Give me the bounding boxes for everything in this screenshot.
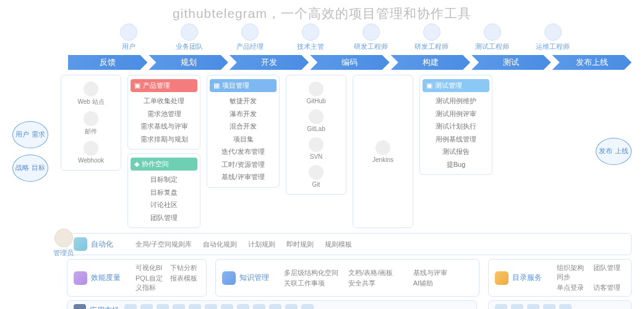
panel-item: 基线与评审 (413, 268, 473, 277)
tool-icon (309, 165, 324, 180)
avatar-icon (363, 23, 380, 41)
robot-icon (74, 237, 87, 251)
list-item: 讨论社区 (131, 198, 197, 211)
panel-item: 报表模板 (170, 274, 200, 292)
role-0: 用户 (108, 23, 150, 51)
knowledge-panel: 知识管理 多层级结构化空间文档/表格/画板基线与评审关联工作事项安全共享AI辅助 (215, 259, 479, 297)
directory-panel: 目录服务 组织架构同步团队管理单点登录访客管理 (488, 259, 632, 297)
panel-item: PQL自定义指标 (135, 274, 165, 292)
list-item: 测试用例评审 (423, 108, 489, 121)
user-need-node: 用户 需求 (12, 121, 48, 148)
avatar-icon (302, 23, 319, 41)
app-market-panel-2 (488, 300, 632, 309)
stage-arrows: 反馈规划开发编码构建测试发布上线 (68, 55, 632, 70)
app-icon (559, 304, 572, 309)
app-icon (237, 304, 249, 309)
app-icon (511, 304, 523, 309)
product-mgmt-card: ▣产品管理 工单收集处理需求池管理需求基线与评审需求排期与规划 (127, 75, 200, 150)
stage-arrow: 规划 (148, 55, 228, 70)
tool-item: GitLab (289, 107, 343, 135)
app-icon (221, 304, 233, 309)
channel-icon (84, 111, 98, 126)
role-1: 业务团队 (168, 23, 210, 51)
tool-icon (309, 109, 324, 124)
tool-icon (309, 82, 324, 96)
role-6: 测试工程师 (471, 23, 513, 51)
app-icon (189, 304, 201, 309)
list-item: 目标复盘 (131, 186, 197, 199)
bag-icon (74, 304, 86, 309)
panel-item: 多层级结构化空间 (284, 268, 343, 277)
app-icon (543, 304, 556, 309)
app-icon (269, 304, 281, 309)
release-goal-node: 发布 上线 (596, 138, 632, 165)
panel-item: 单点登录 (557, 283, 588, 292)
book-icon (222, 271, 236, 285)
test-mgmt-card: ▣测试管理 测试用例维护测试用例评审测试计划执行用例基线管理测试报告提Bug (419, 75, 492, 175)
avatar-icon (120, 23, 137, 41)
panel-item: 计划规则 (248, 240, 275, 249)
stage-arrow: 构建 (391, 55, 470, 70)
channel-item: Webhook (64, 138, 118, 166)
channel-icon (84, 141, 98, 156)
list-item: 测试报告 (423, 145, 489, 158)
list-item: 混合开发 (210, 120, 277, 133)
code-card: GitHubGitLabSVNGit (286, 75, 346, 195)
wrench-icon (495, 271, 509, 285)
app-market-panel: 应用市场 (67, 300, 477, 309)
role-3: 技术主管 (290, 23, 332, 51)
list-item: 工单收集处理 (131, 95, 197, 108)
list-item: 团队管理 (131, 211, 197, 224)
list-item: 测试计划执行 (423, 120, 489, 133)
list-item: 项目集 (210, 133, 277, 146)
admin-avatar-icon (54, 229, 73, 247)
avatar-icon (241, 23, 259, 41)
panel-item: 关联工作事项 (284, 279, 343, 288)
panel-item: 规则模板 (325, 240, 352, 249)
app-icon (253, 304, 265, 309)
avatar-icon (544, 23, 562, 41)
stage-arrow: 发布上线 (552, 55, 632, 70)
role-4: 研发工程师 (350, 23, 392, 51)
list-item: 测试用例维护 (423, 95, 489, 108)
channel-icon (84, 82, 98, 96)
tool-item: GitHub (289, 79, 343, 107)
stage-arrow: 测试 (471, 55, 551, 70)
app-icon (301, 304, 314, 309)
board-icon: ▦ (213, 82, 220, 90)
app-icon (173, 304, 185, 309)
panel-item: 访客管理 (593, 283, 625, 292)
list-item: 基线/评审管理 (210, 171, 277, 184)
list-item: 工时/资源管理 (210, 158, 277, 171)
app-icon (527, 304, 539, 309)
list-item: 用例基线管理 (423, 133, 489, 146)
test-icon: ▣ (426, 82, 432, 90)
panel-item: 组织架构同步 (557, 263, 588, 282)
list-item: 提Bug (423, 158, 489, 171)
panel-item: 全局/子空间规则库 (135, 240, 192, 249)
app-icon (124, 304, 137, 309)
stage-arrow: 反馈 (68, 55, 147, 70)
panel-item: AI辅助 (413, 279, 473, 288)
app-icon (205, 304, 217, 309)
app-icon (140, 304, 153, 309)
list-item: 需求排期与规划 (131, 133, 197, 146)
automation-panel: 自动化 全局/子空间规则库自动化规则计划规则即时规则规则模板 (67, 233, 632, 255)
list-item: 瀑布开发 (210, 108, 277, 121)
cube-icon: ▣ (134, 82, 140, 90)
collab-card: ◆协作空间 目标制定目标复盘讨论社区团队管理 (127, 153, 200, 228)
avatar-icon (484, 23, 501, 41)
project-mgmt-card: ▦项目管理 敏捷开发瀑布开发混合开发项目集迭代/发布管理工时/资源管理基线/评审… (207, 75, 280, 188)
app-icon (285, 304, 298, 309)
app-icon (157, 304, 169, 309)
role-row: 用户业务团队产品经理技术主管研发工程师研发工程师测试工程师运维工程师 (12, 23, 632, 51)
list-item: 敏捷开发 (210, 95, 277, 108)
panel-item: 团队管理 (593, 263, 625, 282)
page-title: githubtelegram，一个高效的项目管理和协作工具 (12, 5, 632, 22)
team-icon: ◆ (134, 160, 139, 168)
panel-item: 文档/表格/画板 (348, 268, 408, 277)
panel-item: 自动化规则 (203, 240, 237, 249)
role-5: 研发工程师 (411, 23, 453, 51)
admin-role: 管理员 (53, 229, 74, 258)
list-item: 迭代/发布管理 (210, 145, 277, 158)
